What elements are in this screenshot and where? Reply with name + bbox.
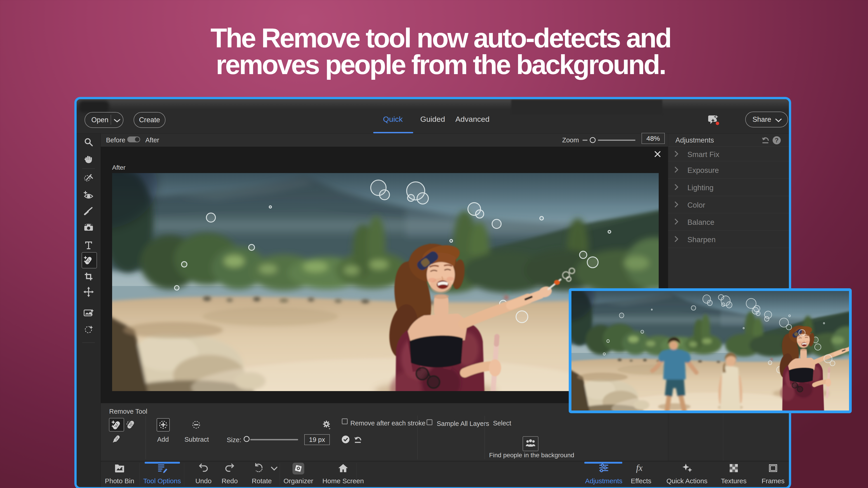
svg-text:fx: fx [636, 463, 643, 473]
